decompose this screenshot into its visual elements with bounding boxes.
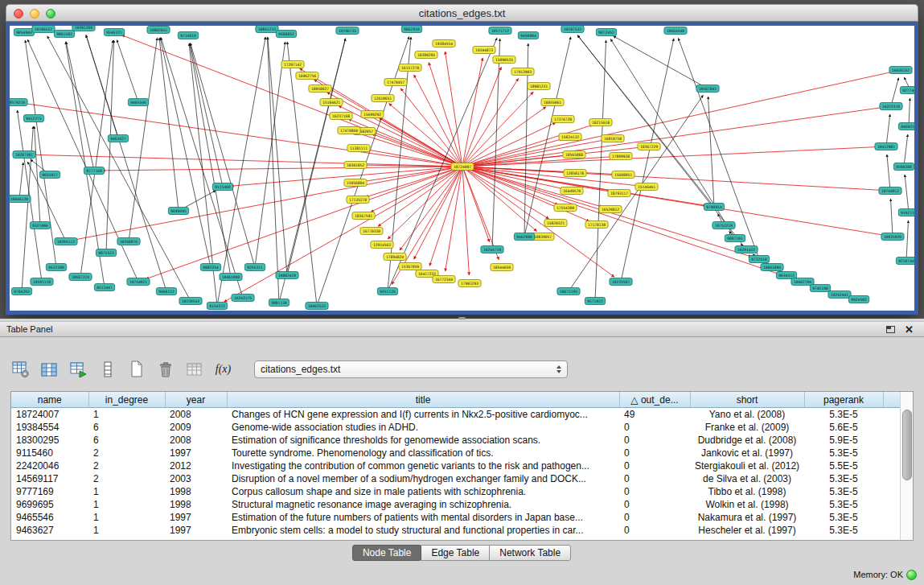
column-header[interactable]: pagerank bbox=[804, 392, 883, 408]
table-row[interactable]: 977716911998Corpus callosum shape and si… bbox=[11, 485, 901, 498]
float-panel-icon[interactable] bbox=[886, 326, 895, 333]
graph-edge[interactable] bbox=[891, 78, 898, 106]
cell[interactable] bbox=[883, 447, 901, 459]
cell[interactable]: 1 bbox=[88, 511, 165, 524]
column-header[interactable]: year bbox=[165, 392, 227, 408]
cell[interactable]: 0 bbox=[619, 511, 690, 524]
graph-edge[interactable] bbox=[909, 98, 910, 126]
graph-edge[interactable] bbox=[287, 42, 317, 306]
scrollbar-thumb[interactable] bbox=[902, 410, 912, 480]
column-header[interactable]: name bbox=[11, 392, 88, 408]
tab-edge-table[interactable]: Edge Table bbox=[421, 545, 490, 561]
graph-edge[interactable] bbox=[146, 167, 462, 279]
graph-edge[interactable] bbox=[891, 199, 893, 237]
cell[interactable]: Disruption of a novel member of a sodium… bbox=[227, 472, 619, 485]
cell[interactable]: de Silva et al. (2003) bbox=[690, 472, 804, 485]
cell[interactable] bbox=[883, 485, 901, 498]
cell[interactable] bbox=[883, 498, 901, 511]
graph-edge[interactable] bbox=[255, 42, 285, 267]
graph-edge[interactable] bbox=[886, 114, 890, 146]
cell[interactable]: 2 bbox=[88, 447, 165, 459]
cell[interactable]: 5.3E-5 bbox=[804, 524, 883, 537]
cell[interactable]: Estimation of the future numbers of pati… bbox=[227, 511, 619, 524]
cell[interactable]: Yano et al. (2008) bbox=[690, 408, 804, 422]
cell[interactable]: 0 bbox=[619, 447, 690, 459]
table-panel-titlebar[interactable]: Table Panel ✕ bbox=[0, 321, 924, 337]
graph-edge[interactable] bbox=[462, 72, 893, 167]
graph-edge[interactable] bbox=[429, 167, 462, 266]
cell[interactable]: 5.6E-5 bbox=[804, 421, 883, 434]
graph-edge[interactable] bbox=[74, 167, 462, 240]
cell[interactable]: 5.5E-5 bbox=[804, 459, 883, 472]
cell[interactable]: 6 bbox=[88, 421, 165, 434]
table-settings-button[interactable] bbox=[10, 360, 31, 380]
graph-edge[interactable] bbox=[904, 134, 908, 167]
cell[interactable]: Investigating the contribution of common… bbox=[227, 459, 619, 472]
cell[interactable]: 6 bbox=[88, 434, 165, 447]
cell[interactable]: 0 bbox=[619, 498, 690, 511]
cell[interactable]: Changes of HCN gene expression and I(f) … bbox=[227, 408, 619, 422]
graph-edge[interactable] bbox=[161, 38, 243, 298]
cell[interactable]: 0 bbox=[619, 524, 690, 537]
cell[interactable]: 0 bbox=[619, 485, 690, 498]
column-header[interactable]: title bbox=[227, 392, 619, 408]
cell[interactable]: 1997 bbox=[165, 447, 227, 459]
cell[interactable]: 1998 bbox=[165, 485, 227, 498]
splitter-handle[interactable] bbox=[458, 317, 466, 319]
new-table-button[interactable] bbox=[125, 360, 147, 380]
graph-edge[interactable] bbox=[446, 167, 462, 271]
cell[interactable] bbox=[883, 511, 901, 524]
cell[interactable]: 1997 bbox=[165, 524, 227, 537]
cell[interactable]: 1998 bbox=[165, 498, 227, 511]
cell[interactable]: 2008 bbox=[165, 408, 227, 422]
cell[interactable]: 1 bbox=[88, 498, 165, 511]
graph-edge[interactable] bbox=[117, 39, 138, 102]
cell[interactable]: 14569117 bbox=[11, 472, 88, 485]
tab-node-table[interactable]: Node Table bbox=[352, 545, 422, 561]
cell[interactable]: 0 bbox=[619, 434, 690, 447]
cell[interactable]: Hescheler et al. (1997) bbox=[690, 524, 804, 537]
cell[interactable]: Estimation of significance thresholds fo… bbox=[227, 434, 619, 447]
graph-edge[interactable] bbox=[462, 67, 501, 167]
cell[interactable]: 0 bbox=[619, 472, 690, 485]
graph-edge[interactable] bbox=[80, 40, 113, 277]
cell[interactable]: 5.3E-5 bbox=[804, 408, 883, 422]
graph-edge[interactable] bbox=[160, 38, 211, 267]
cell[interactable]: 2012 bbox=[165, 459, 227, 472]
cell[interactable]: Wolkin et al. (1998) bbox=[690, 498, 804, 511]
cell[interactable]: 5.3E-5 bbox=[804, 511, 883, 524]
close-window-button[interactable] bbox=[14, 9, 23, 19]
zoom-window-button[interactable] bbox=[46, 9, 55, 19]
show-columns-button[interactable] bbox=[39, 360, 60, 380]
graph-edge[interactable] bbox=[569, 95, 703, 291]
cell[interactable]: 18300295 bbox=[11, 434, 88, 447]
cell[interactable]: Dudbridge et al. (2008) bbox=[690, 434, 804, 447]
cell[interactable] bbox=[883, 434, 901, 447]
table-row[interactable]: 1830029562008Estimation of significance … bbox=[11, 434, 901, 447]
cell[interactable]: 9465546 bbox=[11, 511, 88, 524]
cell[interactable]: 2003 bbox=[165, 472, 227, 485]
graph-edge[interactable] bbox=[24, 103, 462, 167]
graph-edge[interactable] bbox=[595, 40, 606, 301]
cell[interactable]: 5.3E-5 bbox=[804, 472, 883, 485]
cell[interactable] bbox=[883, 408, 901, 422]
cell[interactable]: 5.3E-5 bbox=[804, 447, 883, 459]
cell[interactable]: 2 bbox=[88, 459, 165, 472]
cell[interactable]: 1997 bbox=[165, 511, 227, 524]
cell[interactable]: Tourette syndrome. Phenomenology and cla… bbox=[227, 447, 619, 459]
cell[interactable] bbox=[883, 421, 901, 434]
cell[interactable] bbox=[883, 524, 901, 537]
cell[interactable]: Tibbo et al. (1998) bbox=[690, 485, 804, 498]
graph-edge[interactable] bbox=[445, 51, 462, 167]
cell[interactable]: 5.3E-5 bbox=[804, 498, 883, 511]
table-row[interactable]: 1938455462009Genome-wide association stu… bbox=[11, 421, 901, 434]
cell[interactable]: Stergiakouli et al. (2012) bbox=[690, 459, 804, 472]
delete-column-button[interactable] bbox=[183, 360, 205, 380]
column-header[interactable]: in_degree bbox=[88, 392, 165, 408]
minimize-window-button[interactable] bbox=[30, 9, 39, 19]
cell[interactable]: 18724007 bbox=[11, 408, 88, 422]
table-select-dropdown[interactable]: citations_edges.txt bbox=[254, 360, 568, 378]
graph-edge[interactable] bbox=[47, 36, 191, 301]
window-titlebar[interactable]: citations_edges.txt bbox=[6, 4, 918, 22]
graph-edge[interactable] bbox=[190, 43, 223, 187]
